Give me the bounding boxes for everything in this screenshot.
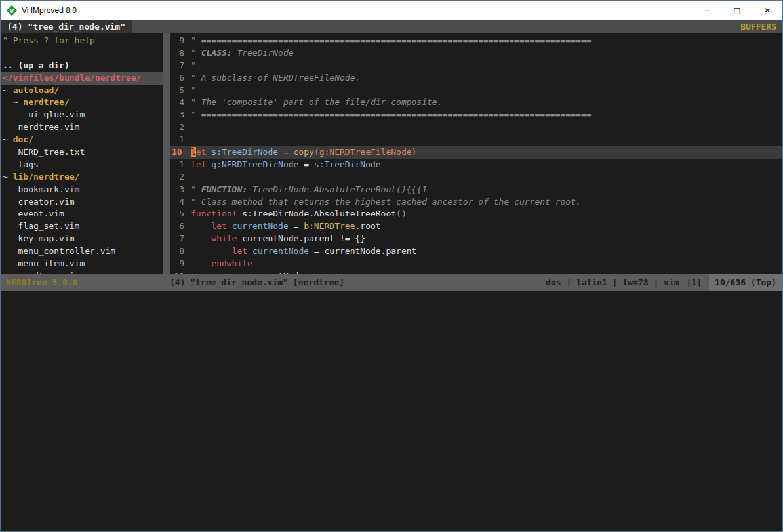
minimize-button[interactable]: ─ [692,1,722,20]
nerdtree-dir-lib-nerdtree[interactable]: ~ lib/nerdtree/ [1,171,163,184]
buffers-label: BUFFERS [734,20,782,33]
dir-name: doc/ [13,134,33,144]
editor-line[interactable]: 2 [170,171,782,184]
nerdtree-file-event-vim[interactable]: event.vim [1,208,163,220]
editor-line[interactable]: 7" [170,60,782,72]
vim-logo-icon: V [7,5,17,16]
titlebar: V Vi IMproved 8.0 ─ □ ✕ [1,1,782,20]
code-text: function! s:TreeDirNode.AbsoluteTreeRoot… [191,208,782,220]
nerdtree-dir-doc[interactable]: ~ doc/ [1,134,163,146]
dir-open-icon: ~ [3,85,13,95]
vertical-split-separator[interactable] [163,33,170,274]
statusline-window-id: |1| [687,274,702,291]
nerdtree-dir-autoload[interactable]: ~ autoload/ [1,85,163,97]
editor-line[interactable]: 6 let currentNode = b:NERDTree.root [170,220,782,233]
nerdtree-updir-up-a-dir[interactable]: .. (up a dir) [1,60,163,72]
editor-area[interactable]: 9" =====================================… [170,33,782,274]
nerdtree-status: NERDTree 5.0.0 [1,274,170,291]
main-split: " Press ? for help.. (up a dir)</vimfile… [1,33,782,274]
statusline-right: dos | latin1 | tw=78 | vim |1| 10/636 (T… [546,274,782,291]
line-number: 2 [170,121,191,134]
dir-name: nerdtree/ [23,97,69,107]
code-text: " FUNCTION: TreeDirNode.AbsoluteTreeRoot… [191,184,782,196]
code-text: while currentNode.parent != {} [191,233,782,245]
statusline-file-meta: dos | latin1 | tw=78 | vim [546,274,679,291]
dir-open-icon: ~ [3,172,13,182]
line-number: 5 [170,208,191,220]
editor-line[interactable]: 9" =====================================… [170,35,782,47]
maximize-button[interactable]: □ [722,1,752,20]
editor-line[interactable]: 7 while currentNode.parent != {} [170,233,782,245]
dir-open-icon: ~ [13,97,24,107]
nerdtree-file-ui-glue-vim[interactable]: ui_glue.vim [1,109,163,121]
tabline: (4) "tree_dir_node.vim" BUFFERS [1,20,782,33]
line-number: 6 [170,72,191,85]
code-text: " A subclass of NERDTreeFileNode. [191,72,782,85]
line-number: 9 [170,35,191,47]
nerdtree-file-bookmark-vim[interactable]: bookmark.vim [1,184,163,196]
editor-line[interactable]: 5function! s:TreeDirNode.AbsoluteTreeRoo… [170,208,782,220]
line-number: 3 [170,184,191,196]
vim-window: V Vi IMproved 8.0 ─ □ ✕ (4) "tree_dir_no… [0,0,783,532]
editor-line[interactable]: 1let g:NERDTreeDirNode = s:TreeDirNode [170,159,782,171]
nerdtree-file-flag-set-vim[interactable]: flag_set.vim [1,220,163,233]
line-number: 7 [170,60,191,72]
nerdtree-file-nerd-tree-txt[interactable]: NERD_tree.txt [1,146,163,159]
editor-line[interactable]: 3" =====================================… [170,109,782,121]
code-text: let g:NERDTreeDirNode = s:TreeDirNode [191,159,782,171]
line-number: 6 [170,220,191,233]
editor-line[interactable]: 8 let currentNode = currentNode.parent [170,245,782,258]
nerdtree-file-key-map-vim[interactable]: key_map.vim [1,233,163,245]
command-line[interactable] [1,291,782,531]
editor-line[interactable]: 6" A subclass of NERDTreeFileNode. [170,72,782,85]
code-text: " ======================================… [191,109,782,121]
nerdtree-file-tags[interactable]: tags [1,159,163,171]
line-number: 1 [170,134,191,146]
nerdtree-file-nerdtree-vim[interactable]: nerdtree.vim [1,121,163,134]
code-text: " [191,85,782,97]
code-text: " CLASS: TreeDirNode [191,47,782,60]
line-number: 5 [170,85,191,97]
editor-line[interactable]: 4" Class method that returns the highest… [170,196,782,209]
line-number: 10 [170,146,191,159]
nerdtree-file-creator-vim[interactable]: creator.vim [1,196,163,209]
code-text: endwhile [191,258,782,270]
statusline-buffer-name: (4) "tree_dir_node.vim" [nerdtree] [170,274,344,291]
window-title: Vi IMproved 8.0 [22,6,77,15]
editor-line[interactable]: 9 endwhile [170,258,782,270]
editor-line[interactable]: 2 [170,121,782,134]
code-text: " [191,60,782,72]
line-number: 9 [170,258,191,270]
editor-line[interactable]: 4" The 'composite' part of the file/dir … [170,96,782,109]
cursor-block: l [191,147,196,157]
nerdtree-root-vimfiles-bundle-nerdtree[interactable]: </vimfiles/bundle/nerdtree/ [1,72,163,85]
statusline: NERDTree 5.0.0 (4) "tree_dir_node.vim" [… [1,274,782,291]
tab-tree-dir-node[interactable]: (4) "tree_dir_node.vim" [1,20,132,33]
nerdtree-file-menu-controller-vim[interactable]: menu_controller.vim [1,245,163,258]
nerdtree-dir-nerdtree[interactable]: ~ nerdtree/ [1,96,163,109]
code-text: " ======================================… [191,35,782,47]
code-text: let currentNode = b:NERDTree.root [191,220,782,233]
line-number: 7 [170,233,191,245]
nerdtree-blank [1,47,163,60]
code-text: let s:TreeDirNode = copy(g:NERDTreeFileN… [191,146,782,159]
line-number: 3 [170,109,191,121]
line-number: 4 [170,196,191,209]
line-number: 2 [170,171,191,184]
editor-line[interactable]: 1 [170,134,782,146]
editor-line[interactable]: 8" CLASS: TreeDirNode [170,47,782,60]
nerdtree-panel[interactable]: " Press ? for help.. (up a dir)</vimfile… [1,33,163,274]
line-number: 1 [170,159,191,171]
statusline-position: 10/636 (Top) [709,274,782,291]
editor-line-current[interactable]: 10let s:TreeDirNode = copy(g:NERDTreeFil… [170,146,782,159]
dir-name: lib/nerdtree/ [13,172,80,182]
line-number: 8 [170,245,191,258]
svg-text:V: V [10,7,14,14]
editor-line[interactable]: 5" [170,85,782,97]
code-text: let currentNode = currentNode.parent [191,245,782,258]
nerdtree-file-menu-item-vim[interactable]: menu_item.vim [1,258,163,270]
dir-name: autoload/ [13,85,59,95]
editor-line[interactable]: 3" FUNCTION: TreeDirNode.AbsoluteTreeRoo… [170,184,782,196]
code-text: " Class method that returns the highest … [191,196,782,209]
close-button[interactable]: ✕ [752,1,782,20]
